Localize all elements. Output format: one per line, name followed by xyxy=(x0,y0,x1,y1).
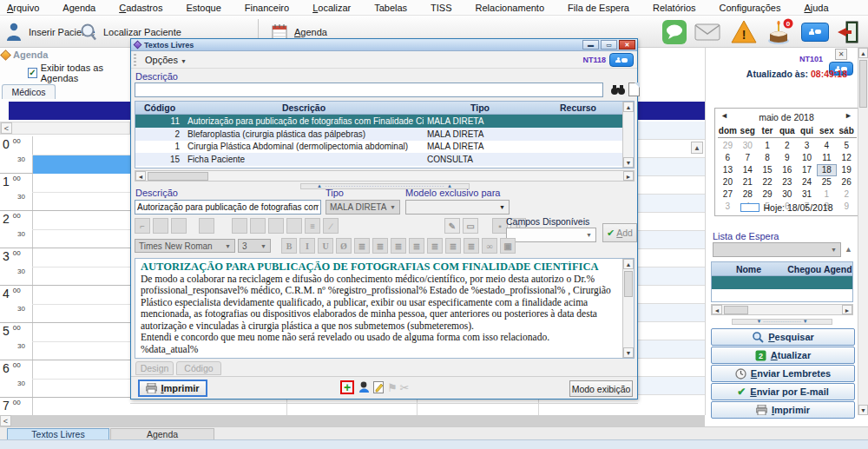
menu-item-tiss[interactable]: TISS xyxy=(431,3,451,13)
scroll-left-icon[interactable]: ◄ xyxy=(135,171,146,181)
tab-agenda[interactable]: Agenda xyxy=(110,428,214,440)
scroll-right-icon[interactable]: ► xyxy=(842,305,852,314)
calendar-day[interactable]: 22 xyxy=(758,176,778,188)
birthday-icon[interactable]: 0 xyxy=(766,18,795,45)
scroll-left-icon[interactable]: < xyxy=(1,122,12,134)
menu-item-localizar[interactable]: Localizar xyxy=(312,3,351,13)
calendar-day[interactable]: 26 xyxy=(837,176,857,188)
alert-icon[interactable]: ! xyxy=(729,18,759,45)
calendar-day[interactable]: 30 xyxy=(738,140,758,152)
calendar-day[interactable]: 2 xyxy=(837,188,857,201)
atualizar-button[interactable]: 2Atualizar xyxy=(711,347,855,364)
dialog-titlebar[interactable]: Textos Livres ▬ ▭ ✕ xyxy=(131,39,637,51)
calendar-day[interactable]: 29 xyxy=(758,188,778,201)
splitter-handle[interactable]: ▼ ······················ ▼ xyxy=(732,319,832,325)
table-vertical-scrollbar[interactable]: ▲ ▼ xyxy=(622,102,634,168)
collapse-icon[interactable]: ▲ xyxy=(845,245,852,254)
add-field-button[interactable]: ✔ Add xyxy=(602,223,637,242)
table-horizontal-scrollbar[interactable]: ◄ ► xyxy=(135,170,635,182)
calendar-today-row[interactable]: Hoje: 18/05/2018 xyxy=(715,202,858,213)
menu-item-relacionamento[interactable]: Relacionamento xyxy=(476,3,545,13)
mail-icon[interactable] xyxy=(693,18,722,45)
calendar-day[interactable]: 30 xyxy=(777,188,797,201)
chat-icon[interactable] xyxy=(660,18,689,45)
menu-item-ajuda[interactable]: Ajuda xyxy=(804,3,828,13)
textos-table-header[interactable]: CódigoDescriçãoTipoRecurso xyxy=(135,102,634,115)
menu-item-cadastros[interactable]: Cadastros xyxy=(119,3,162,13)
calendar-day[interactable]: 8 xyxy=(758,152,778,164)
scroll-left-icon[interactable]: < xyxy=(0,415,11,426)
descricao-input[interactable] xyxy=(135,200,321,215)
scroll-up-icon[interactable]: ▲ xyxy=(623,259,634,269)
scrollbar-thumb[interactable] xyxy=(859,60,867,108)
menu-item-fila-de-espera[interactable]: Fila de Espera xyxy=(568,3,629,13)
calendar-day[interactable]: 17 xyxy=(797,164,817,176)
agenda-time-grid[interactable]: 0 00301 00302 00303 00304 00305 00306 00… xyxy=(0,136,130,415)
add-text-button-highlighted[interactable]: + xyxy=(340,380,354,394)
profile-button[interactable] xyxy=(358,380,372,394)
table-row[interactable]: 2Blefaroplastia (cirurgia plástica das p… xyxy=(135,128,634,141)
editor-vertical-scrollbar[interactable]: ▲ ▼ xyxy=(622,259,634,358)
tab-medicos[interactable]: Médicos xyxy=(2,84,56,99)
calendar-next-icon[interactable]: ► xyxy=(845,111,852,120)
calendar-day[interactable]: 29 xyxy=(718,140,738,152)
column-header-descricao[interactable]: Descrição xyxy=(184,102,424,114)
menu-item-arquivo[interactable]: Arquivo xyxy=(7,3,39,13)
table-row[interactable]: 11Autorização para publicação de fotogra… xyxy=(135,115,634,128)
calendar-day[interactable]: 1 xyxy=(758,140,778,152)
wait-list-column-nome[interactable]: Nome xyxy=(712,264,786,274)
calendar-day[interactable]: 3 xyxy=(797,140,817,152)
panel-close-icon[interactable]: ✕ xyxy=(835,49,847,60)
tab-textos-livres-active[interactable]: Textos Livres xyxy=(7,428,109,440)
calendar-day[interactable]: 28 xyxy=(738,188,758,201)
calendar-day[interactable]: 13 xyxy=(718,164,738,176)
calendar-day[interactable]: 15 xyxy=(758,164,778,176)
highlighted-slot[interactable] xyxy=(33,155,130,174)
maximize-button[interactable]: ▭ xyxy=(601,40,617,50)
calendar-day[interactable]: 2 xyxy=(777,140,797,152)
calendar-day[interactable]: 6 xyxy=(718,152,738,164)
scroll-down-icon[interactable]: ▼ xyxy=(623,157,634,168)
scrollbar-thumb[interactable] xyxy=(724,306,748,314)
agenda-hour-row[interactable]: 5 0030 xyxy=(0,323,130,360)
calendar-day[interactable]: 31 xyxy=(797,188,817,201)
calendar-day[interactable]: 27 xyxy=(718,188,738,201)
calendar-day[interactable]: 19 xyxy=(837,164,857,176)
wait-list-column-agend[interactable]: Agend xyxy=(823,264,852,274)
column-header-codigo[interactable]: Código xyxy=(135,102,184,114)
main-vertical-scrollbar[interactable]: ▲ ▼ xyxy=(858,48,868,415)
agenda-hour-row[interactable]: 1 0030 xyxy=(0,174,130,211)
agenda-hour-row[interactable]: 6 0030 xyxy=(0,360,130,398)
lista-espera-select[interactable]: ▼ xyxy=(713,242,841,257)
agenda-hour-row[interactable]: 0 0030 xyxy=(0,136,130,174)
scroll-up-icon[interactable]: ▲ xyxy=(691,142,703,154)
calendar-day[interactable]: 9 xyxy=(777,152,797,164)
scrollbar-thumb[interactable] xyxy=(624,271,633,297)
menu-item-configurações[interactable]: Configurações xyxy=(720,3,781,13)
calendar-day[interactable]: 14 xyxy=(738,164,758,176)
column-header-tipo[interactable]: Tipo xyxy=(424,102,536,114)
scroll-up-icon[interactable]: ▲ xyxy=(858,48,868,58)
rich-text-editor[interactable]: AUTORIZAÇÃO PARA PUBLICAÇÃO DE FOTOGRAFI… xyxy=(135,258,635,359)
close-button[interactable]: ✕ xyxy=(619,40,635,50)
agenda-hour-row[interactable]: 4 0030 xyxy=(0,286,130,323)
calendar-day[interactable]: 12 xyxy=(837,152,857,164)
calendar-day[interactable]: 24 xyxy=(797,176,817,188)
calendar-day[interactable]: 16 xyxy=(777,164,797,176)
search-input[interactable] xyxy=(135,83,603,97)
menu-item-financeiro[interactable]: Financeiro xyxy=(245,3,289,13)
contacts-icon[interactable] xyxy=(800,18,830,45)
print-button[interactable]: Imprimir xyxy=(138,380,207,397)
scrollbar-thumb[interactable] xyxy=(148,172,208,181)
opcoes-menu[interactable]: Opções ▼ xyxy=(141,54,190,66)
pencil-icon[interactable]: ✎ xyxy=(444,218,460,234)
calendar-widget[interactable]: ◄ maio de 2018 ► domsegterquaquisexsáb 2… xyxy=(714,108,858,216)
textos-table[interactable]: CódigoDescriçãoTipoRecurso 11Autorização… xyxy=(135,101,635,168)
scroll-up-icon[interactable]: ▲ xyxy=(623,102,634,112)
exit-icon[interactable] xyxy=(833,18,863,45)
wait-list-table[interactable]: NomeChegouAgend xyxy=(711,261,853,302)
scroll-down-icon[interactable]: ▼ xyxy=(858,405,868,415)
wait-list-horizontal-scrollbar[interactable]: ◄ ► xyxy=(711,304,853,315)
imprimir-button[interactable]: Imprimir xyxy=(711,401,855,419)
calendar-day[interactable]: 7 xyxy=(738,152,758,164)
